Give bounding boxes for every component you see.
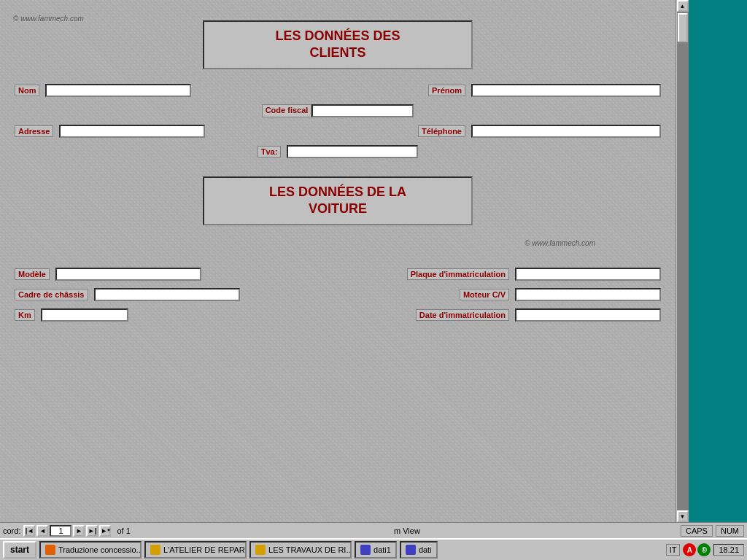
plaque-input[interactable] — [515, 268, 661, 281]
scroll-down-btn[interactable]: ▼ — [677, 510, 689, 522]
dati1-label: dati1 — [374, 545, 391, 554]
voiture-header-row: LES DONNÉES DE LA VOITURE © www.fammech.… — [7, 169, 668, 233]
caps-indicator: CAPS — [681, 525, 713, 537]
clients-section-header: LES DONNÉES DES CLIENTS — [203, 20, 473, 69]
adresse-label: Adresse — [15, 125, 53, 137]
km-input[interactable] — [41, 308, 128, 322]
clock: 18.21 — [713, 544, 744, 556]
taskbar-traduzione[interactable]: Traduzione concessio... — [39, 541, 142, 559]
code-fiscal-row: Code fiscal — [7, 104, 668, 117]
right-panel — [689, 0, 747, 522]
record-label-text: cord: — [3, 526, 20, 535]
telephone-label: Téléphone — [418, 125, 465, 137]
code-fiscal-input[interactable] — [311, 104, 414, 117]
taskbar-atelier[interactable]: L'ATELIER DE REPAR... — [144, 541, 247, 559]
record-of-text: of 1 — [117, 526, 130, 535]
dati1-icon — [360, 545, 371, 555]
tva-row: Tva: — [7, 145, 668, 158]
travaux-icon — [255, 545, 266, 555]
av-icon-a: A — [683, 543, 696, 556]
form-area: © www.fammech.com LES DONNÉES DES CLIENT… — [0, 0, 676, 522]
scrollbar-thumb[interactable] — [678, 13, 688, 42]
date-input[interactable] — [515, 308, 661, 322]
clients-title: LES DONNÉES DES CLIENTS — [219, 28, 457, 62]
nom-prenom-row: Nom Prénom — [7, 84, 668, 97]
modele-plaque-row: Modèle Plaque d'immatriculation — [7, 268, 668, 281]
date-label: Date d'immatriculation — [416, 309, 509, 321]
av-icons: A ® — [683, 543, 711, 556]
km-date-row: Km Date d'immatriculation — [7, 308, 668, 322]
plaque-label: Plaque d'immatriculation — [407, 268, 509, 280]
prenom-input[interactable] — [471, 84, 661, 97]
adresse-input[interactable] — [59, 125, 205, 138]
main-window: © www.fammech.com LES DONNÉES DES CLIENT… — [0, 0, 747, 560]
moteur-label: Moteur C/V — [460, 289, 509, 300]
nav-next-btn[interactable]: ► — [73, 525, 85, 537]
cadre-input[interactable] — [94, 288, 240, 301]
num-indicator: NUM — [716, 525, 744, 537]
km-label: Km — [15, 309, 35, 321]
adresse-telephone-row: Adresse Téléphone — [7, 125, 668, 138]
start-button[interactable]: start — [3, 541, 36, 559]
moteur-input[interactable] — [515, 288, 661, 301]
nav-new-btn[interactable]: ►* — [99, 525, 111, 537]
traduzione-icon — [45, 545, 55, 555]
travaux-label: LES TRAVAUX DE RI... — [268, 545, 352, 554]
nom-label: Nom — [15, 85, 39, 96]
nav-last-btn[interactable]: ►| — [86, 525, 98, 537]
telephone-input[interactable] — [471, 125, 661, 138]
scrollbar: ▲ ▼ — [676, 0, 689, 522]
taskbar-dati[interactable]: dati — [400, 541, 438, 559]
nom-input[interactable] — [45, 84, 191, 97]
atelier-icon — [150, 545, 160, 555]
modele-input[interactable] — [55, 268, 201, 281]
traduzione-label: Traduzione concessio... — [58, 545, 142, 554]
nav-first-btn[interactable]: |◄ — [23, 525, 35, 537]
status-bar: cord: |◄ ◄ ► ►| ►* of 1 m View CAPS NUM — [0, 522, 747, 538]
language-indicator: IT — [666, 544, 681, 556]
av-icon-r: ® — [697, 543, 711, 556]
content-area: © www.fammech.com LES DONNÉES DES CLIENT… — [0, 0, 747, 522]
top-watermark: © www.fammech.com — [13, 15, 84, 23]
taskbar: start Traduzione concessio... L'ATELIER … — [0, 538, 747, 560]
code-fiscal-label: Code fiscal — [262, 104, 312, 117]
cadre-moteur-row: Cadre de châssis Moteur C/V — [7, 288, 668, 301]
voiture-watermark: © www.fammech.com — [525, 239, 595, 247]
atelier-label: L'ATELIER DE REPAR... — [163, 545, 247, 554]
record-number-input[interactable] — [50, 525, 71, 537]
voiture-title: LES DONNÉES DE LA VOITURE — [219, 184, 457, 218]
start-label: start — [10, 545, 29, 555]
scroll-up-btn[interactable]: ▲ — [677, 0, 689, 12]
view-label: m View — [394, 526, 420, 535]
scrollbar-track[interactable] — [677, 12, 689, 510]
tva-label: Tva: — [258, 146, 282, 158]
taskbar-right: IT A ® 18.21 — [666, 543, 744, 556]
prenom-label: Prénom — [428, 85, 465, 96]
form-content: © www.fammech.com LES DONNÉES DES CLIENT… — [7, 13, 668, 421]
nav-prev-btn[interactable]: ◄ — [36, 525, 48, 537]
dati-label: dati — [419, 545, 432, 554]
dati-icon — [406, 545, 416, 555]
modele-label: Modèle — [15, 268, 50, 280]
clients-header-row: LES DONNÉES DES CLIENTS — [7, 13, 668, 77]
taskbar-travaux[interactable]: LES TRAVAUX DE RI... — [249, 541, 352, 559]
cadre-label: Cadre de châssis — [15, 289, 88, 300]
record-navigation: |◄ ◄ ► ►| ►* — [23, 525, 111, 537]
voiture-section-header: LES DONNÉES DE LA VOITURE — [203, 176, 473, 225]
tva-input[interactable] — [287, 145, 418, 158]
taskbar-dati1[interactable]: dati1 — [355, 541, 397, 559]
